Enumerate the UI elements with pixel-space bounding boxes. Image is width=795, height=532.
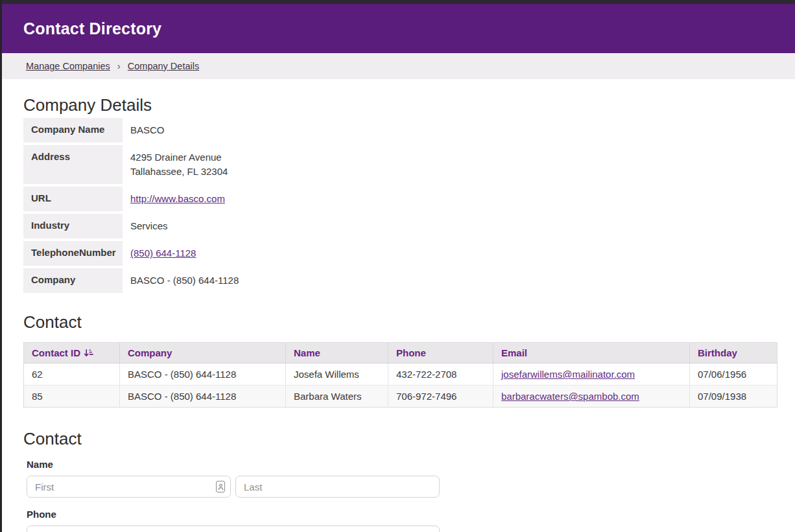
address-line-2: Tallahassee, FL 32304 — [130, 165, 777, 179]
company-details-list: Company Name BASCO Address 4295 Drainer … — [23, 118, 777, 293]
cell-company: BASCO - (850) 644-1128 — [120, 364, 286, 386]
detail-label: Company Name — [23, 118, 123, 143]
breadcrumb-separator-icon: › — [117, 60, 121, 71]
contact-table: Contact ID Company Name Phone Email Birt… — [23, 342, 777, 408]
cell-email: josefarwillems@mailinator.com — [493, 364, 690, 386]
detail-label: Company — [23, 268, 123, 293]
breadcrumb-link-company-details[interactable]: Company Details — [128, 61, 199, 71]
email-link[interactable]: josefarwillems@mailinator.com — [501, 369, 635, 380]
cell-name: Josefa Willems — [286, 364, 388, 386]
name-fields-row — [27, 476, 777, 498]
breadcrumb: Manage Companies › Company Details — [0, 53, 795, 79]
telephone-link[interactable]: (850) 644-1128 — [130, 248, 196, 259]
phone-input[interactable] — [27, 526, 440, 532]
detail-row-company: Company BASCO - (850) 644-1128 — [23, 268, 777, 293]
contact-form: Name Phone — [23, 459, 777, 532]
window-edge-left — [0, 0, 2, 532]
last-name-input[interactable] — [235, 476, 440, 498]
autofill-contact-icon[interactable] — [216, 481, 225, 492]
cell-contact-id: 62 — [24, 364, 120, 386]
cell-phone: 706-972-7496 — [388, 386, 493, 408]
column-header-email[interactable]: Email — [493, 343, 690, 364]
column-header-name[interactable]: Name — [286, 343, 388, 364]
detail-row-company-name: Company Name BASCO — [23, 118, 777, 143]
detail-label: TelephoneNumber — [23, 241, 123, 266]
column-header-phone[interactable]: Phone — [388, 343, 493, 364]
address-line-1: 4295 Drainer Avenue — [130, 150, 777, 165]
company-url-link[interactable]: http://www.basco.com — [130, 193, 225, 204]
detail-value: Services — [123, 214, 777, 238]
detail-row-url: URL http://www.basco.com — [23, 187, 777, 211]
phone-label: Phone — [27, 509, 777, 520]
column-header-contact-id[interactable]: Contact ID — [24, 343, 120, 364]
contact-table-heading: Contact — [23, 312, 777, 332]
table-row: 85 BASCO - (850) 644-1128 Barbara Waters… — [24, 386, 777, 408]
sort-ascending-icon — [84, 348, 93, 358]
detail-row-telephone: TelephoneNumber (850) 644-1128 — [23, 241, 777, 266]
detail-row-address: Address 4295 Drainer Avenue Tallahassee,… — [23, 145, 777, 184]
app-title: Contact Directory — [23, 19, 161, 38]
contact-form-heading: Contact — [23, 429, 777, 448]
cell-contact-id: 85 — [24, 386, 120, 408]
first-name-input[interactable] — [27, 476, 231, 498]
cell-birthday: 07/09/1938 — [690, 386, 777, 408]
cell-phone: 432-722-2708 — [388, 364, 493, 386]
main-content: Company Details Company Name BASCO Addre… — [0, 79, 795, 532]
detail-label: Address — [23, 145, 123, 184]
cell-birthday: 07/06/1956 — [690, 364, 777, 386]
cell-company: BASCO - (850) 644-1128 — [120, 386, 286, 408]
detail-label: URL — [23, 187, 123, 211]
cell-name: Barbara Waters — [286, 386, 388, 408]
cell-email: barbaracwaters@spambob.com — [493, 386, 690, 408]
table-header-row: Contact ID Company Name Phone Email Birt… — [24, 343, 777, 364]
email-link[interactable]: barbaracwaters@spambob.com — [501, 391, 639, 402]
column-header-birthday[interactable]: Birthday — [690, 343, 777, 364]
detail-value: BASCO - (850) 644-1128 — [123, 268, 777, 293]
column-header-company[interactable]: Company — [120, 343, 286, 364]
company-details-heading: Company Details — [23, 95, 777, 115]
detail-value: 4295 Drainer Avenue Tallahassee, FL 3230… — [123, 145, 777, 184]
table-row: 62 BASCO - (850) 644-1128 Josefa Willems… — [24, 364, 777, 386]
detail-value: BASCO — [123, 118, 777, 143]
breadcrumb-link-manage-companies[interactable]: Manage Companies — [26, 61, 110, 71]
detail-row-industry: Industry Services — [23, 214, 777, 238]
detail-label: Industry — [23, 214, 123, 238]
app-header: Contact Directory — [0, 4, 795, 53]
name-label: Name — [27, 459, 777, 470]
first-name-wrap — [27, 476, 231, 498]
